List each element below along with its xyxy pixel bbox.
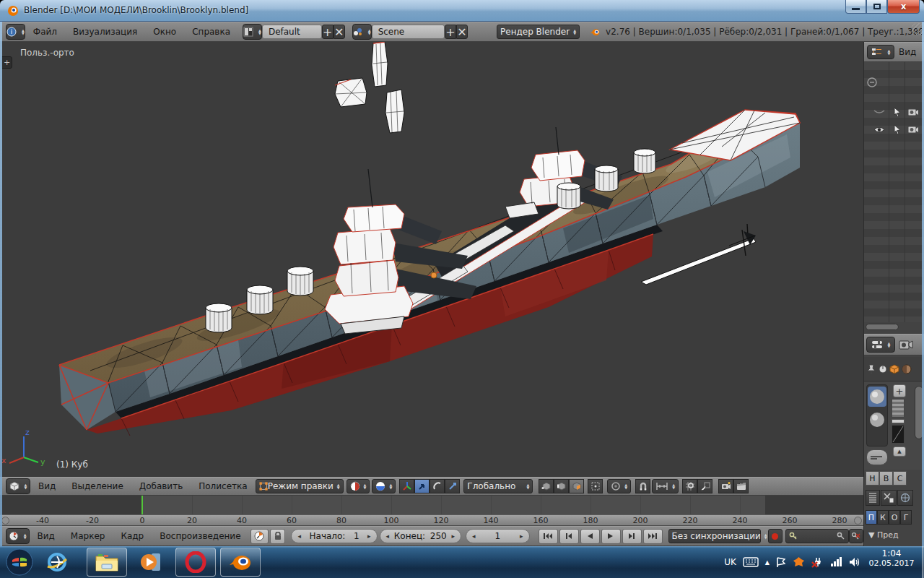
power-plug-icon[interactable] [811, 556, 824, 568]
window-titlebar[interactable]: Blender [D:\МОИ МОДЕЛИ\Brooklin\Brooklyn… [0, 0, 924, 22]
remove-keyframe-button[interactable] [849, 529, 863, 543]
eye-open-icon[interactable] [873, 126, 886, 134]
left-arrow-icon[interactable]: ◂ [297, 532, 301, 540]
color-swatch[interactable] [892, 425, 905, 444]
restore-button[interactable] [866, 0, 887, 14]
left-arrow-icon[interactable]: ◂ [472, 532, 476, 540]
action-center-flag-icon[interactable] [776, 557, 786, 568]
o-button[interactable]: О [889, 510, 900, 525]
add-layout-button[interactable]: + [322, 25, 334, 39]
snap-element-dropdown[interactable]: ▲▼ [652, 479, 679, 493]
next-keyframe-button[interactable] [622, 529, 642, 544]
manipulator-toggle-button[interactable] [399, 479, 414, 493]
current-frame-field[interactable]: ◂ 1 ▸ [466, 529, 530, 543]
eye-closed-icon[interactable] [873, 108, 886, 116]
c-button[interactable]: С [893, 471, 907, 486]
floating-funnel-parts[interactable] [335, 42, 404, 133]
globe-button[interactable] [897, 490, 913, 506]
opera-taskbar-button[interactable] [175, 548, 216, 577]
play-button[interactable] [601, 529, 621, 544]
outliner-canvas[interactable] [864, 62, 924, 322]
preview-panel-header[interactable]: ▼ Пред [868, 530, 899, 540]
network-signal-icon[interactable] [830, 557, 842, 567]
show-hidden-icons-button[interactable]: ▲ [765, 559, 770, 566]
rotate-manipulator-button[interactable] [430, 479, 445, 493]
outliner-view-menu[interactable]: Вид [894, 47, 920, 57]
pivot-dropdown[interactable]: ▲▼ [372, 479, 396, 493]
timeline-scrollbar-left-cap[interactable] [1, 517, 9, 525]
jump-to-end-button[interactable] [643, 529, 663, 544]
pin-icon[interactable] [866, 363, 876, 375]
camera-render-icon[interactable] [907, 125, 919, 134]
screen-layout-icon-button[interactable]: ▲▼ [243, 24, 262, 40]
add-scene-button[interactable]: + [445, 25, 456, 39]
snap-target-button[interactable] [697, 479, 712, 493]
face-select-button[interactable] [569, 479, 584, 493]
proportional-edit-dropdown[interactable]: ▲▼ [607, 479, 631, 493]
play-reverse-button[interactable] [580, 529, 600, 544]
material-sphere[interactable] [869, 412, 885, 428]
scene-icon-button[interactable]: ▲▼ [352, 24, 372, 40]
current-frame-marker[interactable] [141, 496, 143, 514]
striped-list-button[interactable] [866, 490, 880, 506]
ship-model[interactable] [0, 42, 863, 477]
h-button[interactable]: Н [866, 471, 879, 486]
menu-select[interactable]: Выделение [64, 481, 131, 491]
editor-type-button-outliner[interactable]: ▲▼ [867, 45, 894, 59]
menu-file[interactable]: Файл [25, 27, 65, 37]
auto-keyframe-button[interactable] [768, 529, 783, 543]
explorer-taskbar-button[interactable] [87, 548, 127, 577]
limit-to-visible-button[interactable] [588, 479, 603, 493]
screen-layout-field[interactable]: Default [262, 25, 322, 39]
viewport-3d[interactable]: Польз.-орто + [0, 42, 863, 477]
scene-field[interactable]: Scene [372, 25, 445, 39]
editor-type-button-info[interactable]: i ▲▼ [6, 24, 25, 40]
zoom-out-button[interactable] [892, 419, 905, 423]
snap-toggle-button[interactable] [635, 479, 650, 493]
edge-select-button[interactable] [554, 479, 569, 493]
cursor-arrow-icon[interactable] [893, 107, 902, 117]
left-arrow-icon[interactable]: ◂ [386, 532, 390, 540]
avast-icon[interactable] [793, 556, 805, 568]
outliner-row[interactable] [864, 121, 924, 137]
menu-add[interactable]: Добавить [131, 481, 191, 491]
toolbar-expand-button[interactable]: + [1, 56, 12, 69]
use-preview-range-button[interactable] [250, 529, 269, 544]
render-tab-camera-icon[interactable] [899, 339, 913, 350]
mode-dropdown[interactable]: Режим правки ▲▼ [256, 479, 344, 493]
right-arrow-icon[interactable]: ▸ [451, 532, 455, 540]
vertex-select-button[interactable] [539, 479, 554, 493]
tool-pill-button[interactable] [866, 449, 888, 465]
language-indicator[interactable]: UK [724, 557, 736, 567]
sync-dropdown[interactable]: Без синхронизации ▲▼ [668, 529, 761, 543]
internet-explorer-icon[interactable] [45, 551, 69, 574]
render-engine-dropdown[interactable]: Рендер Blender ▲▼ [497, 25, 580, 39]
timeline-canvas[interactable] [0, 496, 863, 514]
keying-set-field[interactable] [785, 529, 849, 543]
orientation-dropdown[interactable]: Глобально ▲▼ [463, 479, 533, 493]
delete-layout-button[interactable]: ✕ [334, 25, 345, 39]
v-button[interactable]: В [879, 471, 893, 486]
scroll-up-button[interactable]: ▲ [893, 447, 906, 457]
taskbar-clock[interactable]: 1:04 02.05.2017 [863, 548, 920, 568]
unlink-button[interactable] [881, 490, 897, 506]
g-button[interactable]: Г [900, 510, 912, 525]
media-player-icon[interactable] [139, 551, 163, 574]
camera-render-icon[interactable] [907, 108, 919, 116]
render-animation-button[interactable] [733, 479, 749, 493]
frame-start-field[interactable]: ◂ Начало: 1 ▸ [291, 529, 377, 543]
menu-frame[interactable]: Кадр [113, 531, 152, 541]
seaplane-object[interactable] [641, 224, 756, 285]
menu-marker[interactable]: Маркер [63, 531, 113, 541]
editor-type-button-3dview[interactable]: ▲▼ [6, 478, 30, 494]
cursor-arrow-icon[interactable] [893, 124, 902, 134]
render-opengl-button[interactable] [718, 479, 733, 493]
scale-manipulator-button[interactable] [445, 479, 460, 493]
snap-peel-button[interactable] [682, 479, 697, 493]
keyboard-icon[interactable] [743, 557, 759, 567]
outliner-row[interactable] [864, 104, 924, 120]
menu-playback[interactable]: Воспроизведение [152, 531, 248, 541]
zoom-in-button[interactable]: + [893, 384, 906, 397]
scene-tab-icon[interactable] [879, 365, 887, 374]
editor-type-button-properties[interactable]: ▲▼ [866, 337, 895, 353]
